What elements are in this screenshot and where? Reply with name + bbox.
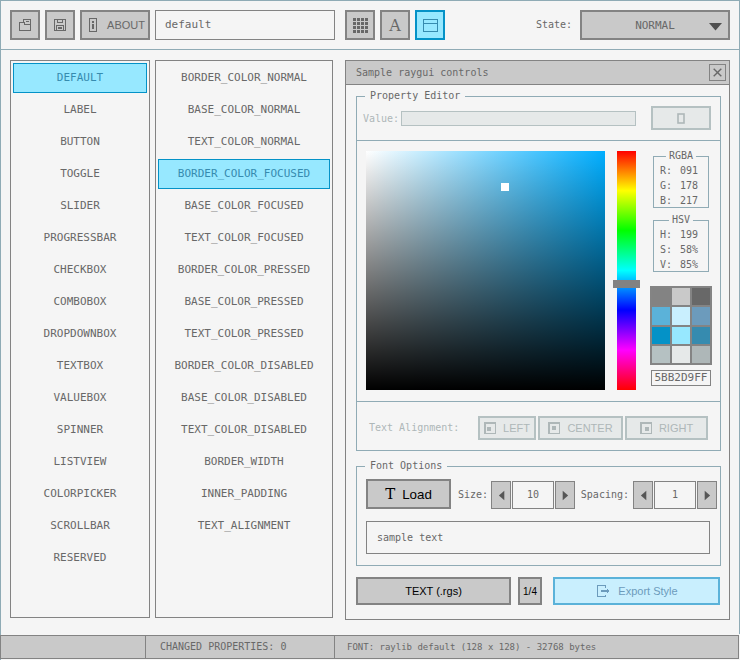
align-center-button[interactable]: CENTER bbox=[538, 416, 623, 440]
style-name-input[interactable]: default bbox=[155, 10, 335, 40]
list-item-text_alignment[interactable]: TEXT_ALIGNMENT bbox=[158, 511, 330, 541]
palette-swatch[interactable] bbox=[652, 327, 670, 344]
list-item-text_color_disabled[interactable]: TEXT_COLOR_DISABLED bbox=[158, 415, 330, 445]
list-item-valuebox[interactable]: VALUEBOX bbox=[13, 383, 147, 413]
property-editor-label: Property Editor bbox=[365, 90, 465, 102]
palette-swatch[interactable] bbox=[672, 307, 690, 324]
letter-a-icon: A bbox=[389, 16, 401, 35]
list-item-border_color_focused[interactable]: BORDER_COLOR_FOCUSED bbox=[158, 159, 330, 189]
list-item-base_color_disabled[interactable]: BASE_COLOR_DISABLED bbox=[158, 383, 330, 413]
hue-slider-bar[interactable] bbox=[617, 151, 636, 390]
list-item-button[interactable]: BUTTON bbox=[13, 127, 147, 157]
state-dropdown[interactable]: NORMAL bbox=[580, 10, 730, 40]
hue-slider-handle[interactable] bbox=[613, 280, 640, 288]
rgba-row-g: G: 178 bbox=[660, 178, 698, 193]
about-button[interactable]: ABOUT bbox=[80, 10, 150, 40]
font-size-label: Size: bbox=[441, 481, 488, 509]
save-style-button[interactable] bbox=[45, 10, 75, 40]
zero-box-icon bbox=[677, 113, 685, 124]
palette-swatch[interactable] bbox=[692, 288, 710, 305]
list-item-border_color_disabled[interactable]: BORDER_COLOR_DISABLED bbox=[158, 351, 330, 381]
hsv-row-h: H: 199 bbox=[660, 227, 698, 242]
list-item-reserved[interactable]: RESERVED bbox=[13, 543, 147, 573]
text-alignment-label: Text Alignment: bbox=[369, 416, 459, 440]
list-item-label[interactable]: LABEL bbox=[13, 95, 147, 125]
palette-swatch[interactable] bbox=[672, 327, 690, 344]
hex-color-value[interactable]: 5BB2D9FF bbox=[651, 370, 711, 386]
list-item-toggle[interactable]: TOGGLE bbox=[13, 159, 147, 189]
font-load-label: Load bbox=[402, 487, 432, 502]
list-item-base_color_focused[interactable]: BASE_COLOR_FOCUSED bbox=[158, 191, 330, 221]
list-item-dropdownbox[interactable]: DROPDOWNBOX bbox=[13, 319, 147, 349]
list-item-combobox[interactable]: COMBOBOX bbox=[13, 287, 147, 317]
color-picker-sv-panel[interactable] bbox=[366, 151, 605, 390]
font-load-button[interactable]: T Load bbox=[366, 479, 451, 509]
align-center-icon bbox=[548, 422, 560, 434]
value-apply-button[interactable] bbox=[651, 106, 711, 130]
align-left-button[interactable]: LEFT bbox=[478, 416, 536, 440]
font-sample-textbox[interactable]: sample text bbox=[366, 521, 710, 554]
list-item-checkbox[interactable]: CHECKBOX bbox=[13, 255, 147, 285]
list-item-default[interactable]: DEFAULT bbox=[13, 63, 147, 93]
align-right-button[interactable]: RIGHT bbox=[625, 416, 708, 440]
value-label: Value: bbox=[363, 111, 399, 126]
list-item-slider[interactable]: SLIDER bbox=[13, 191, 147, 221]
value-input[interactable] bbox=[401, 111, 636, 126]
list-item-base_color_normal[interactable]: BASE_COLOR_NORMAL bbox=[158, 95, 330, 125]
toolbar-divider bbox=[0, 49, 740, 50]
close-icon bbox=[713, 68, 722, 77]
export-style-label: Export Style bbox=[618, 585, 677, 597]
align-left-icon bbox=[484, 422, 496, 434]
rguistyler-window: ABOUT default A State: NORMAL bbox=[0, 0, 740, 660]
list-item-text_color_pressed[interactable]: TEXT_COLOR_PRESSED bbox=[158, 319, 330, 349]
list-item-colorpicker[interactable]: COLORPICKER bbox=[13, 479, 147, 509]
palette-swatch[interactable] bbox=[672, 288, 690, 305]
font-button[interactable]: A bbox=[380, 10, 410, 40]
palette-swatch[interactable] bbox=[692, 346, 710, 363]
list-item-listview[interactable]: LISTVIEW bbox=[13, 447, 147, 477]
list-item-text_color_normal[interactable]: TEXT_COLOR_NORMAL bbox=[158, 127, 330, 157]
palette-swatch[interactable] bbox=[652, 307, 670, 324]
list-item-textbox[interactable]: TEXTBOX bbox=[13, 351, 147, 381]
list-item-progressbar[interactable]: PROGRESSBAR bbox=[13, 223, 147, 253]
window-frame-top bbox=[0, 0, 740, 1]
font-options-label: Font Options bbox=[365, 460, 447, 472]
window-title: Sample raygui controls bbox=[356, 67, 488, 78]
palette-swatch[interactable] bbox=[672, 346, 690, 363]
export-style-button[interactable]: Export Style bbox=[553, 577, 720, 605]
list-item-border_width[interactable]: BORDER_WIDTH bbox=[158, 447, 330, 477]
palette-swatch[interactable] bbox=[652, 288, 670, 305]
arrow-left-icon bbox=[498, 490, 505, 501]
palette-swatch[interactable] bbox=[652, 346, 670, 363]
style-table-button[interactable] bbox=[345, 10, 375, 40]
font-spacing-increase-button[interactable] bbox=[697, 481, 717, 509]
font-spacing-decrease-button[interactable] bbox=[633, 481, 653, 509]
list-item-inner_padding[interactable]: INNER_PADDING bbox=[158, 479, 330, 509]
export-format-button[interactable]: TEXT (.rgs) bbox=[356, 577, 511, 605]
property-editor-divider-top bbox=[357, 140, 720, 141]
color-picker-marker[interactable] bbox=[501, 183, 509, 191]
align-left-label: LEFT bbox=[503, 422, 530, 434]
list-item-scrollbar[interactable]: SCROLLBAR bbox=[13, 511, 147, 541]
palette-swatch[interactable] bbox=[692, 307, 710, 324]
sample-controls-window: Sample raygui controls Property Editor V… bbox=[345, 60, 730, 620]
list-item-spinner[interactable]: SPINNER bbox=[13, 415, 147, 445]
list-item-text_color_focused[interactable]: TEXT_COLOR_FOCUSED bbox=[158, 223, 330, 253]
open-style-button[interactable] bbox=[10, 10, 40, 40]
state-dropdown-value: NORMAL bbox=[635, 19, 675, 32]
hsv-group-title: HSV bbox=[669, 214, 693, 226]
style-color-palette bbox=[650, 286, 712, 365]
export-pager-button[interactable]: 1/4 bbox=[518, 577, 542, 605]
list-item-border_color_normal[interactable]: BORDER_COLOR_NORMAL bbox=[158, 63, 330, 93]
font-spacing-value[interactable]: 1 bbox=[654, 481, 696, 509]
rgba-row-b: B: 217 bbox=[660, 193, 698, 208]
window-close-button[interactable] bbox=[709, 64, 726, 81]
control-panel-toggle[interactable] bbox=[415, 10, 445, 40]
list-item-border_color_pressed[interactable]: BORDER_COLOR_PRESSED bbox=[158, 255, 330, 285]
palette-swatch[interactable] bbox=[692, 327, 710, 344]
rgba-group-title: RGBA bbox=[666, 150, 696, 162]
list-item-base_color_pressed[interactable]: BASE_COLOR_PRESSED bbox=[158, 287, 330, 317]
font-size-decrease-button[interactable] bbox=[491, 481, 511, 509]
about-button-label: ABOUT bbox=[107, 19, 145, 31]
statusbar-left bbox=[0, 635, 146, 659]
